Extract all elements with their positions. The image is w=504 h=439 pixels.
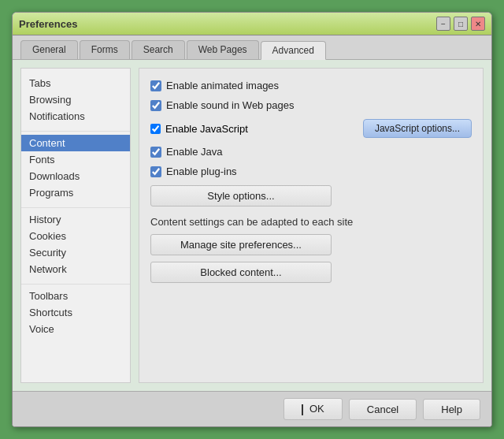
window-controls: − □ ✕ xyxy=(436,17,485,31)
javascript-checkbox[interactable] xyxy=(150,124,161,134)
plugins-label[interactable]: Enable plug-ins xyxy=(166,166,237,177)
content-area: Tabs Browsing Notifications Content Font… xyxy=(13,60,491,391)
sidebar-item-shortcuts[interactable]: Shortcuts xyxy=(21,304,130,321)
sidebar-item-content[interactable]: Content xyxy=(21,135,130,151)
cursor-icon xyxy=(302,404,308,415)
sound-label[interactable]: Enable sound in Web pages xyxy=(166,99,294,111)
checkbox-js-left: Enable JavaScript xyxy=(150,123,248,135)
footer: OK Cancel Help xyxy=(13,391,491,426)
sidebar-group-4: Toolbars Shortcuts Voice xyxy=(21,285,130,344)
js-options-button[interactable]: JavaScript options... xyxy=(363,119,472,138)
animated-images-label[interactable]: Enable animated images xyxy=(166,80,279,91)
cancel-button[interactable]: Cancel xyxy=(349,399,417,420)
sidebar-group-3: History Cookies Security Network xyxy=(21,208,130,285)
sidebar-group-2: Content Fonts Downloads Programs xyxy=(21,132,130,208)
sidebar-item-cookies[interactable]: Cookies xyxy=(21,228,130,244)
window-title: Preferences xyxy=(19,18,77,30)
maximize-button[interactable]: □ xyxy=(454,17,468,31)
tab-search[interactable]: Search xyxy=(132,40,185,59)
sound-checkbox[interactable] xyxy=(150,100,161,111)
tab-general[interactable]: General xyxy=(20,40,78,59)
sidebar-item-notifications[interactable]: Notifications xyxy=(21,108,130,125)
main-panel: Enable animated images Enable sound in W… xyxy=(139,68,484,383)
manage-site-button[interactable]: Manage site preferences... xyxy=(150,234,332,255)
checkbox-row-3: Enable JavaScript JavaScript options... xyxy=(150,119,472,138)
sidebar-item-tabs[interactable]: Tabs xyxy=(21,75,130,91)
java-label[interactable]: Enable Java xyxy=(166,146,223,158)
title-bar: Preferences − □ ✕ xyxy=(13,13,491,35)
java-checkbox[interactable] xyxy=(150,147,161,158)
checkbox-row-1: Enable animated images xyxy=(150,80,472,91)
preferences-window: Preferences − □ ✕ General Forms Search W… xyxy=(12,12,492,427)
sidebar-item-history[interactable]: History xyxy=(21,211,130,228)
sidebar-item-toolbars[interactable]: Toolbars xyxy=(21,288,130,304)
minimize-button[interactable]: − xyxy=(436,17,450,31)
tab-webpages[interactable]: Web Pages xyxy=(187,40,259,59)
sidebar-item-network[interactable]: Network xyxy=(21,261,130,277)
sidebar-group-1: Tabs Browsing Notifications xyxy=(21,72,130,132)
ok-button[interactable]: OK xyxy=(284,398,343,420)
style-options-button[interactable]: Style options... xyxy=(150,185,332,206)
blocked-content-button[interactable]: Blocked content... xyxy=(150,262,332,283)
plugins-checkbox[interactable] xyxy=(150,166,161,177)
sidebar-item-downloads[interactable]: Downloads xyxy=(21,168,130,184)
checkbox-row-5: Enable plug-ins xyxy=(150,166,472,177)
tab-forms[interactable]: Forms xyxy=(80,40,130,59)
tab-bar: General Forms Search Web Pages Advanced xyxy=(13,35,491,60)
checkbox-row-4: Enable Java xyxy=(150,146,472,158)
sidebar-item-programs[interactable]: Programs xyxy=(21,184,130,201)
close-button[interactable]: ✕ xyxy=(471,17,485,31)
sidebar-item-security[interactable]: Security xyxy=(21,244,130,261)
checkbox-row-2: Enable sound in Web pages xyxy=(150,99,472,111)
sidebar-item-browsing[interactable]: Browsing xyxy=(21,91,130,108)
content-settings-info: Content settings can be adapted to each … xyxy=(150,216,472,228)
sidebar-item-voice[interactable]: Voice xyxy=(21,321,130,337)
animated-images-checkbox[interactable] xyxy=(150,80,161,91)
javascript-label[interactable]: Enable JavaScript xyxy=(165,123,248,135)
tab-advanced[interactable]: Advanced xyxy=(261,41,326,60)
help-button[interactable]: Help xyxy=(423,399,480,420)
sidebar: Tabs Browsing Notifications Content Font… xyxy=(20,68,131,383)
sidebar-item-fonts[interactable]: Fonts xyxy=(21,151,130,168)
